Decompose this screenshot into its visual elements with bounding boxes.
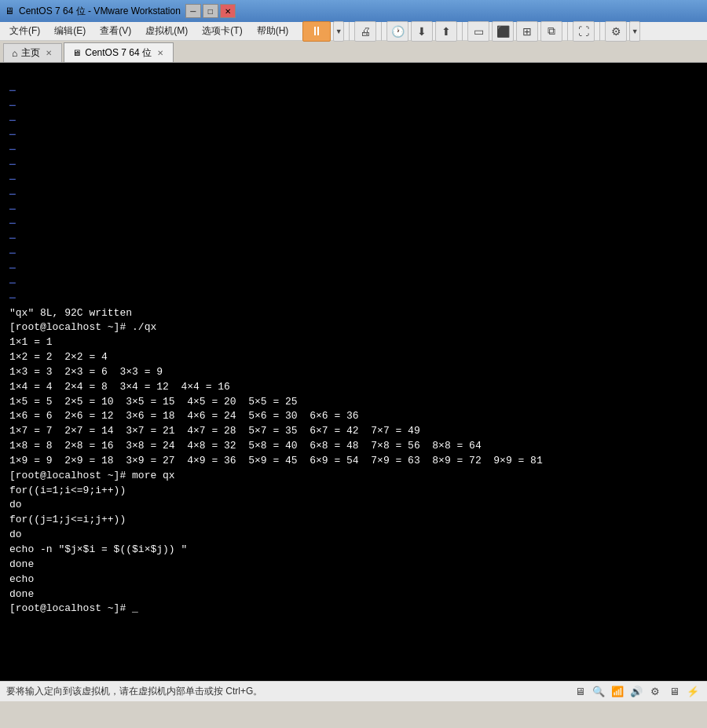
maximize-button[interactable]: □ bbox=[203, 4, 218, 18]
minimize-button[interactable]: ─ bbox=[185, 4, 201, 18]
sep4 bbox=[567, 22, 568, 41]
tab-home[interactable]: ⌂ 主页 ✕ bbox=[3, 43, 62, 62]
menu-help[interactable]: 帮助(H) bbox=[251, 23, 295, 39]
window-title: CentOS 7 64 位 - VMware Workstation bbox=[19, 5, 181, 18]
window-controls: ─ □ ✕ bbox=[185, 4, 236, 18]
status-icons: 🖥 🔍 📶 🔊 ⚙ 🖥 ⚡ bbox=[572, 684, 701, 700]
sep5 bbox=[599, 22, 600, 41]
status-icon-vm[interactable]: 🖥 bbox=[572, 684, 588, 700]
toolbar-view1[interactable]: ▭ bbox=[467, 21, 489, 42]
toolbar-view4[interactable]: ⧉ bbox=[540, 21, 562, 42]
toolbar-snap2[interactable]: ⬇ bbox=[411, 21, 433, 42]
pause-dropdown[interactable]: ▼ bbox=[333, 21, 344, 42]
pause-button[interactable]: ⏸ bbox=[302, 21, 331, 42]
toolbar-snap3[interactable]: ⬆ bbox=[435, 21, 457, 42]
menu-view[interactable]: 查看(V) bbox=[93, 23, 137, 39]
tab-bar: ⌂ 主页 ✕ 🖥 CentOS 7 64 位 ✕ bbox=[0, 41, 707, 63]
tab-centos[interactable]: 🖥 CentOS 7 64 位 ✕ bbox=[64, 42, 174, 62]
status-message: 要将输入定向到该虚拟机，请在虚拟机内部单击或按 Ctrl+G。 bbox=[6, 685, 262, 698]
centos-tab-icon: 🖥 bbox=[72, 48, 81, 57]
sep1 bbox=[349, 22, 350, 41]
title-bar: 🖥 CentOS 7 64 位 - VMware Workstation ─ □… bbox=[0, 0, 707, 22]
home-tab-close[interactable]: ✕ bbox=[44, 49, 53, 57]
centos-tab-label: CentOS 7 64 位 bbox=[85, 46, 152, 60]
home-tab-label: 主页 bbox=[21, 46, 40, 60]
status-icon-power[interactable]: ⚡ bbox=[685, 684, 701, 700]
toolbar-view3[interactable]: ⊞ bbox=[516, 21, 538, 42]
status-icon-settings[interactable]: ⚙ bbox=[647, 684, 663, 700]
toolbar-settings[interactable]: ⚙ bbox=[605, 21, 627, 42]
centos-tab-close[interactable]: ✕ bbox=[156, 49, 165, 57]
toolbar-view2[interactable]: ⬛ bbox=[492, 21, 514, 42]
menu-vm[interactable]: 虚拟机(M) bbox=[139, 23, 194, 39]
menu-edit[interactable]: 编辑(E) bbox=[48, 23, 92, 39]
status-icon-search[interactable]: 🔍 bbox=[591, 684, 606, 700]
toolbar-full[interactable]: ⛶ bbox=[573, 21, 595, 42]
toolbar-snap1[interactable]: 🕐 bbox=[386, 21, 408, 42]
menu-tabs[interactable]: 选项卡(T) bbox=[196, 23, 248, 39]
terminal-area[interactable]: ─ ─ ─ ─ ─ ─ ─ ─ ─ ─ ─ ─ ─ ─ ─ "qx" 8L, 9… bbox=[0, 63, 707, 681]
sep3 bbox=[462, 22, 463, 41]
app-icon: 🖥 bbox=[5, 5, 14, 16]
sep2 bbox=[381, 22, 382, 41]
settings-dropdown[interactable]: ▼ bbox=[629, 21, 640, 42]
status-icon-audio[interactable]: 🔊 bbox=[628, 684, 644, 700]
status-icon-network[interactable]: 📶 bbox=[610, 684, 625, 700]
menu-file[interactable]: 文件(F) bbox=[3, 23, 46, 39]
home-tab-icon: ⌂ bbox=[12, 48, 17, 59]
status-icon-display[interactable]: 🖥 bbox=[666, 684, 682, 700]
toolbar-send[interactable]: 🖨 bbox=[354, 21, 376, 42]
close-button[interactable]: ✕ bbox=[220, 4, 236, 18]
terminal-output: ─ ─ ─ ─ ─ ─ ─ ─ ─ ─ ─ ─ ─ ─ ─ "qx" 8L, 9… bbox=[9, 69, 698, 631]
status-bar: 要将输入定向到该虚拟机，请在虚拟机内部单击或按 Ctrl+G。 🖥 🔍 📶 🔊 … bbox=[0, 681, 707, 701]
menu-bar: 文件(F) 编辑(E) 查看(V) 虚拟机(M) 选项卡(T) 帮助(H) ⏸ … bbox=[0, 22, 707, 41]
